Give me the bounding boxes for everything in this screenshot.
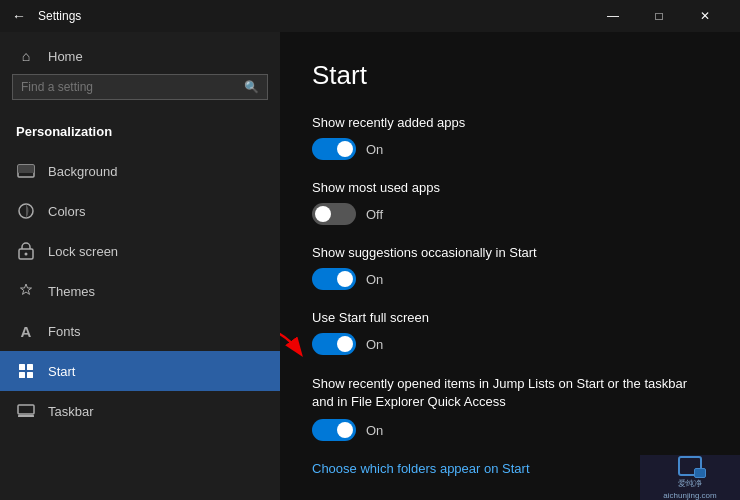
setting-jump-lists: Show recently opened items in Jump Lists…: [312, 375, 708, 441]
start-icon: [16, 361, 36, 381]
toggle-knob-3: [337, 271, 353, 287]
setting-most-used: Show most used apps Off: [312, 180, 708, 225]
toggle-text-2: Off: [366, 207, 383, 222]
toggle-row-5: On: [312, 419, 708, 441]
sidebar-item-colors[interactable]: Colors: [0, 191, 280, 231]
toggle-knob-2: [315, 206, 331, 222]
fonts-label: Fonts: [48, 324, 81, 339]
svg-rect-5: [19, 364, 25, 370]
app-title: Settings: [38, 9, 590, 23]
sidebar-item-themes[interactable]: Themes: [0, 271, 280, 311]
svg-rect-10: [18, 415, 34, 417]
maximize-button[interactable]: □: [636, 0, 682, 32]
start-label: Start: [48, 364, 75, 379]
themes-label: Themes: [48, 284, 95, 299]
themes-icon: [16, 281, 36, 301]
svg-rect-6: [27, 364, 33, 370]
search-icon: 🔍: [244, 80, 259, 94]
sidebar-item-fonts[interactable]: A Fonts: [0, 311, 280, 351]
toggle-knob-1: [337, 141, 353, 157]
toggle-row-4: On: [312, 333, 708, 355]
background-label: Background: [48, 164, 117, 179]
minimize-button[interactable]: —: [590, 0, 636, 32]
search-input[interactable]: [21, 80, 244, 94]
svg-rect-1: [18, 165, 34, 173]
setting-label-1: Show recently added apps: [312, 115, 708, 130]
toggle-recently-added[interactable]: [312, 138, 356, 160]
sidebar-item-start[interactable]: Start: [0, 351, 280, 391]
taskbar-label: Taskbar: [48, 404, 94, 419]
toggle-text-3: On: [366, 272, 383, 287]
setting-suggestions: Show suggestions occasionally in Start O…: [312, 245, 708, 290]
setting-recently-added: Show recently added apps On: [312, 115, 708, 160]
svg-rect-8: [27, 372, 33, 378]
toggle-row-3: On: [312, 268, 708, 290]
toggle-jump-lists[interactable]: [312, 419, 356, 441]
close-button[interactable]: ✕: [682, 0, 728, 32]
watermark-subtext: aichunjing.com: [663, 491, 716, 500]
toggle-row-2: Off: [312, 203, 708, 225]
back-button[interactable]: ←: [12, 8, 26, 24]
svg-rect-7: [19, 372, 25, 378]
watermark: 爱纯净 aichunjing.com: [640, 455, 740, 500]
main-layout: ⌂ Home 🔍 Personalization Background: [0, 32, 740, 500]
setting-label-2: Show most used apps: [312, 180, 708, 195]
toggle-knob-4: [337, 336, 353, 352]
lockscreen-label: Lock screen: [48, 244, 118, 259]
toggle-text-1: On: [366, 142, 383, 157]
sidebar: ⌂ Home 🔍 Personalization Background: [0, 32, 280, 500]
sidebar-item-taskbar[interactable]: Taskbar: [0, 391, 280, 431]
setting-label-4: Use Start full screen: [312, 310, 708, 325]
toggle-text-5: On: [366, 423, 383, 438]
sidebar-item-lockscreen[interactable]: Lock screen: [0, 231, 280, 271]
content-area: Start Show recently added apps On Show m…: [280, 32, 740, 500]
watermark-logo: [678, 456, 702, 476]
taskbar-icon: [16, 401, 36, 421]
setting-fullscreen: Use Start full screen On: [312, 310, 708, 355]
svg-point-4: [25, 253, 28, 256]
toggle-suggestions[interactable]: [312, 268, 356, 290]
section-label: Personalization: [0, 116, 280, 151]
toggle-knob-5: [337, 422, 353, 438]
lockscreen-icon: [16, 241, 36, 261]
sidebar-home-label: Home: [48, 49, 83, 64]
home-icon: ⌂: [16, 46, 36, 66]
setting-label-5: Show recently opened items in Jump Lists…: [312, 375, 708, 411]
fonts-icon: A: [16, 321, 36, 341]
toggle-row-1: On: [312, 138, 708, 160]
search-box[interactable]: 🔍: [12, 74, 268, 100]
titlebar: ← Settings — □ ✕: [0, 0, 740, 32]
colors-label: Colors: [48, 204, 86, 219]
colors-icon: [16, 201, 36, 221]
watermark-text: 爱纯净: [678, 478, 702, 489]
toggle-text-4: On: [366, 337, 383, 352]
background-icon: [16, 161, 36, 181]
toggle-fullscreen[interactable]: [312, 333, 356, 355]
toggle-most-used[interactable]: [312, 203, 356, 225]
page-title: Start: [312, 60, 708, 91]
sidebar-item-home[interactable]: ⌂ Home: [0, 32, 280, 74]
sidebar-item-background[interactable]: Background: [0, 151, 280, 191]
window-controls: — □ ✕: [590, 0, 728, 32]
red-arrow: [280, 323, 307, 363]
svg-rect-9: [18, 405, 34, 414]
setting-label-3: Show suggestions occasionally in Start: [312, 245, 708, 260]
